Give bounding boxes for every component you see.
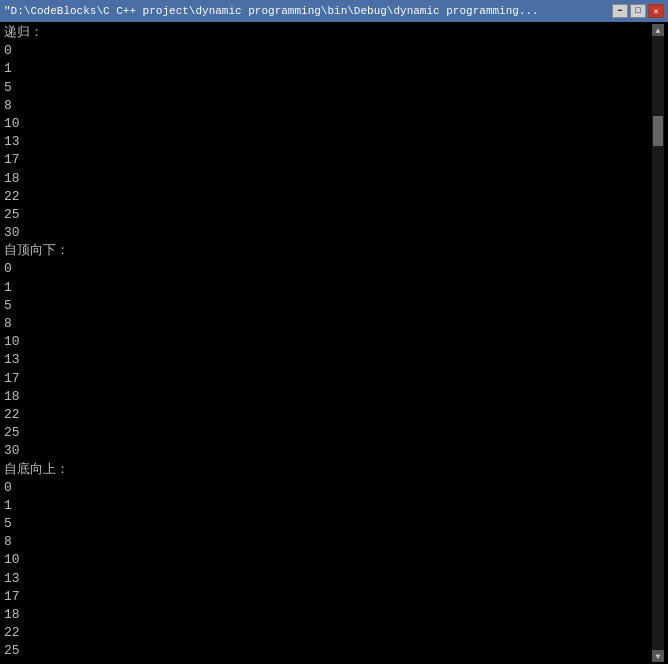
console-area: 递归：015810131718222530自顶向下：01581013171822… [0,22,668,664]
console-line: 30 [4,442,652,460]
scroll-track[interactable] [652,36,664,650]
console-line: 17 [4,151,652,169]
console-line: 1 [4,279,652,297]
console-line: 30 [4,224,652,242]
close-button[interactable]: ✕ [648,4,664,18]
console-line: 13 [4,351,652,369]
scroll-down-arrow[interactable]: ▼ [652,650,664,662]
terminal-window: "D:\CodeBlocks\C C++ project\dynamic pro… [0,0,668,664]
title-bar-buttons: − □ ✕ [612,4,664,18]
console-line: 10 [4,333,652,351]
console-line: 0 [4,260,652,278]
console-line: 8 [4,97,652,115]
console-line: 10 [4,551,652,569]
console-line: 5 [4,515,652,533]
minimize-button[interactable]: − [612,4,628,18]
console-line: 18 [4,606,652,624]
console-line: 25 [4,424,652,442]
console-line: 0 [4,479,652,497]
console-line: 5 [4,297,652,315]
title-bar: "D:\CodeBlocks\C C++ project\dynamic pro… [0,0,668,22]
console-line: 17 [4,370,652,388]
console-line: 8 [4,315,652,333]
console-line: 5 [4,79,652,97]
console-content: 递归：015810131718222530自顶向下：01581013171822… [4,24,652,662]
console-line: 1 [4,60,652,78]
scroll-thumb[interactable] [653,116,663,146]
console-line: 22 [4,406,652,424]
console-line: 自底向上： [4,461,652,479]
console-line: 13 [4,133,652,151]
console-line: 自顶向下： [4,242,652,260]
console-line: 22 [4,188,652,206]
console-line: 18 [4,170,652,188]
console-line: 13 [4,570,652,588]
console-line: 25 [4,206,652,224]
console-line: 25 [4,642,652,660]
console-line: 递归： [4,24,652,42]
title-bar-text: "D:\CodeBlocks\C C++ project\dynamic pro… [4,5,612,17]
console-line: 18 [4,388,652,406]
scrollbar[interactable]: ▲ ▼ [652,24,664,662]
console-line: 1 [4,497,652,515]
maximize-button[interactable]: □ [630,4,646,18]
console-line: 30 [4,661,652,662]
console-line: 8 [4,533,652,551]
console-line: 22 [4,624,652,642]
console-line: 10 [4,115,652,133]
console-line: 17 [4,588,652,606]
console-line: 0 [4,42,652,60]
scroll-up-arrow[interactable]: ▲ [652,24,664,36]
